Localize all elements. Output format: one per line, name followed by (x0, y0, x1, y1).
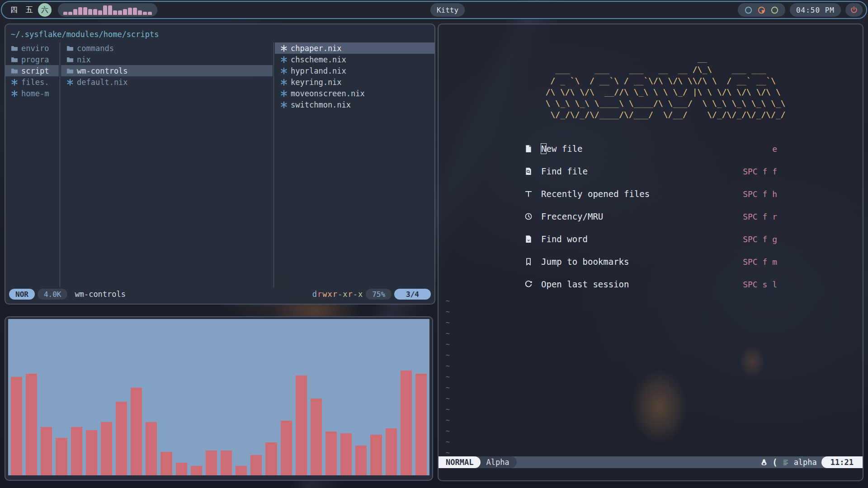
neovim-window[interactable]: __ ___ ___ ___ __ __ /\_\ ___ ___ / _ `\… (438, 23, 863, 481)
breadcrumb-path: ~/.sysflake/modules/home/scripts (5, 24, 434, 42)
clock-label: 04:50 PM (796, 6, 835, 14)
folder-icon (66, 45, 74, 52)
file-name-label: nix (77, 55, 91, 64)
file-row[interactable]: files. (5, 76, 59, 88)
tilde-marker: ~ (446, 426, 450, 436)
workspace-item[interactable]: 五 (23, 3, 36, 17)
file-name-label: files. (21, 78, 49, 87)
visualizer-bar (148, 12, 152, 15)
dashboard-menu-item[interactable]: Frecency/MRUSPC f r (524, 205, 777, 228)
gauge-green (770, 6, 779, 14)
file-row[interactable]: nix (61, 54, 273, 65)
file-name-label: wm-controls (77, 66, 128, 75)
dashboard-menu-item[interactable]: New filee (524, 137, 777, 160)
audio-bar (131, 388, 142, 475)
permission-char: x (343, 290, 348, 299)
file-row[interactable]: chpaper.nix (275, 42, 434, 54)
buffer-name-badge: Alpha (477, 456, 516, 468)
system-gauges[interactable] (738, 3, 785, 17)
file-row[interactable]: keyring.nix (275, 76, 434, 88)
nix-snowflake-icon (280, 90, 288, 97)
power-button[interactable] (845, 3, 863, 17)
tilde-marker: ~ (446, 328, 450, 339)
window-title-label: Kitty (437, 6, 458, 14)
audio-bar (370, 435, 382, 475)
visualizer-bar (103, 5, 107, 15)
visualizer-bar (63, 12, 67, 15)
audio-visualizer-window[interactable] (5, 316, 433, 481)
visualizer-bar (78, 7, 82, 15)
power-icon (850, 6, 858, 14)
menu-item-label: Frecency/MRU (541, 211, 735, 221)
file-row[interactable]: moveonscreen.nix (275, 88, 434, 99)
dashboard-menu-item[interactable]: wFind wordSPC f g (524, 228, 777, 250)
cursor-position-badge: 3/4 (394, 289, 431, 300)
permission-char: r (317, 290, 322, 299)
visualizer-bar (83, 7, 87, 15)
file-row[interactable]: switchmon.nix (275, 99, 434, 110)
file-name-label: chscheme.nix (291, 55, 346, 64)
file-row[interactable]: hyprland.nix (275, 65, 434, 76)
permission-char: r (348, 290, 353, 299)
find-word-icon: w (524, 235, 533, 244)
dashboard-menu-item[interactable]: Find fileSPC f f (524, 160, 777, 183)
visualizer-bars-area (8, 319, 429, 475)
menu-item-shortcut: SPC f m (743, 257, 777, 267)
permission-char: - (338, 290, 343, 299)
dashboard-menu: New fileeFind fileSPC f fRecently opened… (524, 137, 777, 296)
tilde-marker: ~ (446, 317, 450, 328)
audio-bar (250, 455, 262, 475)
file-name-label: chpaper.nix (291, 44, 342, 53)
permission-char: x (358, 290, 363, 299)
dashboard-menu-item[interactable]: Jump to bookmarksSPC f m (524, 250, 777, 273)
file-row[interactable]: commands (61, 42, 273, 54)
file-row[interactable]: wm-controls (61, 65, 273, 76)
visualizer-bar (133, 8, 137, 15)
workspace-item[interactable]: 四 (7, 3, 21, 17)
audio-bar (236, 466, 247, 475)
file-row[interactable]: home-m (5, 88, 59, 99)
column-divider (274, 42, 274, 287)
file-row[interactable]: enviro (5, 42, 59, 54)
file-row[interactable]: script (5, 65, 59, 76)
folder-icon (66, 67, 74, 75)
topbar: 四五六 Kitty 04:50 PM (1, 1, 867, 19)
file-lines-icon (782, 458, 789, 466)
file-name-label: script (21, 66, 49, 75)
permission-char: x (327, 290, 332, 299)
visualizer-bar (143, 12, 147, 15)
permissions-string: drwxr-xr-x (312, 290, 363, 299)
file-manager-columns: enviroprograscriptfiles.home-m commandsn… (5, 42, 434, 287)
file-row[interactable]: chscheme.nix (275, 54, 434, 65)
topbar-audio-visualizer (58, 3, 157, 17)
audio-bar (326, 432, 337, 475)
audio-bar (26, 374, 37, 475)
folder-icon (11, 67, 18, 75)
menu-item-label: Open last session (541, 279, 735, 289)
workspace-switcher[interactable]: 四五六 (5, 3, 53, 17)
audio-bar (415, 374, 427, 475)
nix-snowflake-icon (280, 56, 288, 63)
file-row[interactable]: progra (5, 54, 59, 65)
folder-icon (11, 56, 18, 63)
session-icon (524, 280, 533, 289)
menu-item-shortcut: SPC f r (743, 212, 777, 221)
current-directory-column: commandsnixwm-controlsdefault.nix (61, 42, 273, 287)
focused-window-title: Kitty (430, 3, 465, 17)
dashboard-menu-item[interactable]: Recently opened filesSPC f h (524, 183, 777, 205)
permission-char: r (333, 290, 338, 299)
menu-item-shortcut: e (772, 144, 777, 154)
nix-snowflake-icon (280, 101, 288, 108)
workspace-item[interactable]: 六 (38, 3, 52, 17)
menu-item-label: New file (541, 144, 764, 154)
audio-bar (56, 438, 67, 475)
dashboard-menu-item[interactable]: Open last sessionSPC s l (524, 273, 777, 296)
gauge-blue (744, 6, 753, 14)
tilde-marker: ~ (446, 415, 450, 426)
file-row[interactable]: default.nix (61, 76, 273, 88)
column-divider (60, 42, 60, 287)
audio-bar (176, 463, 187, 475)
permission-char: w (322, 290, 327, 299)
file-manager-window[interactable]: ~/.sysflake/modules/home/scripts envirop… (5, 23, 435, 305)
neovim-ascii-logo: __ ___ ___ ___ __ __ /\_\ ___ ___ / _ `\… (531, 52, 786, 120)
